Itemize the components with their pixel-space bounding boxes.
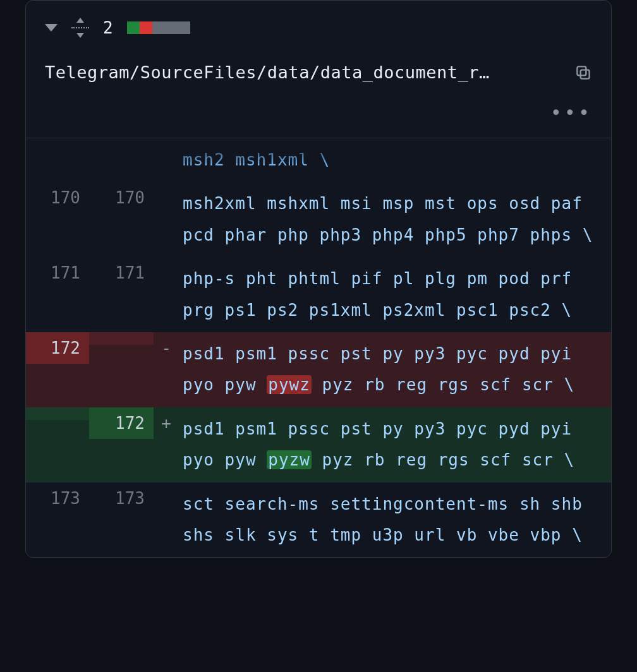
line-number-new[interactable] — [89, 138, 154, 151]
diff-marker — [154, 138, 179, 151]
chevron-down-icon[interactable] — [45, 24, 58, 32]
copy-icon[interactable] — [574, 64, 592, 81]
svg-rect-1 — [577, 66, 586, 75]
file-path[interactable]: Telegram/SourceFiles/data/data_document_… — [45, 63, 564, 82]
diff-marker: + — [154, 407, 179, 439]
line-number-new[interactable]: 173 — [89, 483, 154, 514]
diff-row: 172+psd1 psm1 pssc pst py py3 pyc pyd py… — [26, 407, 611, 483]
filepath-row: Telegram/SourceFiles/data/data_document_… — [45, 63, 592, 82]
svg-rect-0 — [581, 69, 590, 78]
line-number-new[interactable] — [89, 332, 154, 345]
diff-marker: - — [154, 332, 179, 364]
diffstat-square — [152, 21, 165, 34]
line-number-old[interactable] — [26, 407, 89, 420]
diffstat-square — [165, 21, 178, 34]
diffstat-square — [127, 21, 140, 34]
code-line[interactable]: msh2 msh1xml \ — [179, 138, 611, 182]
diff-row: 171171php-s pht phtml pif pl plg pm pod … — [26, 257, 611, 332]
inline-change: pyzw — [267, 450, 312, 469]
line-number-new[interactable]: 172 — [89, 407, 154, 439]
code-line[interactable]: psd1 psm1 pssc pst py py3 pyc pyd pyi py… — [179, 332, 611, 407]
code-line[interactable]: php-s pht phtml pif pl plg pm pod prf pr… — [179, 257, 611, 332]
diff-row: msh2 msh1xml \ — [26, 138, 611, 182]
line-number-old[interactable]: 170 — [26, 182, 89, 213]
line-number-new[interactable]: 171 — [89, 257, 154, 289]
comment-count: 2 — [103, 18, 113, 37]
more-icon[interactable]: ••• — [550, 104, 592, 123]
diff-panel: 2 Telegram/SourceFiles/data/data_documen… — [25, 0, 612, 558]
line-number-old[interactable] — [26, 138, 89, 151]
diffstat-square — [140, 21, 152, 34]
diff-marker — [154, 483, 179, 495]
code-line[interactable]: psd1 psm1 pssc pst py py3 pyc pyd pyi py… — [179, 407, 611, 483]
diff-toolbar: 2 — [45, 18, 592, 37]
inline-change: pywz — [267, 375, 312, 394]
code-line[interactable]: sct search-ms settingcontent-ms sh shb s… — [179, 483, 611, 558]
diff-marker — [154, 257, 179, 270]
expand-icon[interactable] — [71, 19, 89, 37]
diff-row: 172-psd1 psm1 pssc pst py py3 pyc pyd py… — [26, 332, 611, 407]
line-number-new[interactable]: 170 — [89, 182, 154, 213]
diff-body: msh2 msh1xml \170170msh2xml mshxml msi m… — [26, 138, 611, 557]
diff-header: 2 Telegram/SourceFiles/data/data_documen… — [26, 1, 611, 138]
line-number-old[interactable]: 172 — [26, 332, 89, 364]
diff-marker — [154, 182, 179, 195]
diffstat-square — [178, 21, 190, 34]
diff-row: 170170msh2xml mshxml msi msp mst ops osd… — [26, 182, 611, 257]
line-number-old[interactable]: 171 — [26, 257, 89, 289]
line-number-old[interactable]: 173 — [26, 483, 89, 514]
diff-row: 173173sct search-ms settingcontent-ms sh… — [26, 483, 611, 558]
code-line[interactable]: msh2xml mshxml msi msp mst ops osd paf p… — [179, 182, 611, 257]
diffstat-squares — [127, 21, 190, 34]
